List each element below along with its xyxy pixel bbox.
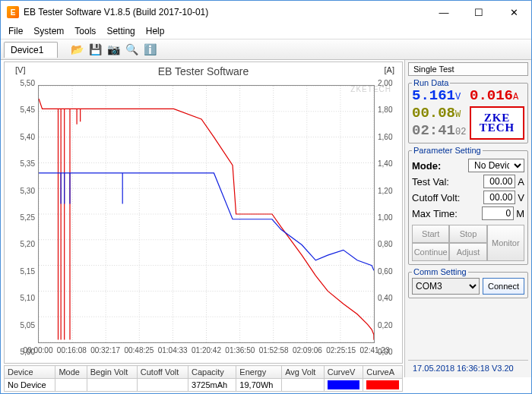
left-axis-unit: [V] bbox=[15, 65, 25, 74]
col-device[interactable]: Device bbox=[5, 366, 55, 379]
x-axis: 00:00:0000:16:0800:32:1700:48:2501:04:33… bbox=[38, 346, 375, 358]
voltage-display: 5.161V bbox=[412, 89, 467, 105]
col-begin-volt[interactable]: Begin Volt bbox=[87, 366, 137, 379]
maximize-button[interactable]: ☐ bbox=[461, 1, 496, 24]
maxtime-input[interactable] bbox=[482, 206, 514, 220]
menu-system[interactable]: System bbox=[29, 24, 68, 38]
chart-title: EB Tester Software bbox=[5, 62, 402, 77]
col-capacity[interactable]: Capacity bbox=[188, 366, 236, 379]
camera-icon[interactable]: 📷 bbox=[105, 41, 122, 58]
chart-pane: [V] [A] EB Tester Software ZKETECH 5,505… bbox=[1, 60, 404, 377]
time-display: 02:4102 bbox=[412, 124, 467, 140]
minimize-button[interactable]: — bbox=[426, 1, 461, 24]
col-energy[interactable]: Energy bbox=[236, 366, 282, 379]
col-curvea[interactable]: CurveA bbox=[363, 366, 403, 379]
mode-label: Mode: bbox=[412, 160, 441, 172]
window-title: EB Tester Software V1.8.5 (Build 2017-10… bbox=[24, 7, 426, 17]
left-y-axis: 5,505,455,405,355,305,255,205,155,105,05… bbox=[8, 77, 36, 346]
tab-device1[interactable]: Device1 bbox=[4, 42, 58, 58]
power-display: 00.08W bbox=[412, 106, 467, 122]
save-icon[interactable]: 💾 bbox=[87, 41, 103, 58]
testval-input[interactable] bbox=[483, 175, 515, 188]
single-test-label: Single Test bbox=[408, 62, 528, 76]
status-bar: 17.05.2018 16:36:18 V3.20 bbox=[408, 360, 528, 375]
com-port-select[interactable]: COM3 bbox=[412, 278, 480, 295]
col-avg-volt[interactable]: Avg Volt bbox=[282, 366, 325, 379]
stop-button[interactable]: Stop bbox=[449, 225, 486, 243]
current-display: 0.016A bbox=[470, 89, 524, 105]
comm-setting-group: Comm Setting COM3 Connect bbox=[408, 267, 528, 298]
open-icon[interactable]: 📂 bbox=[68, 41, 85, 58]
app-icon: E bbox=[7, 6, 19, 18]
side-pane: Single Test Run Data 5.161V 0.016A 00.08… bbox=[404, 60, 531, 377]
menu-help[interactable]: Help bbox=[141, 24, 169, 38]
info-icon[interactable]: ℹ️ bbox=[141, 41, 158, 58]
comm-legend: Comm Setting bbox=[412, 267, 468, 276]
zoom-icon[interactable]: 🔍 bbox=[123, 41, 140, 58]
titlebar: E EB Tester Software V1.8.5 (Build 2017-… bbox=[1, 1, 531, 24]
brand-logo: ZKETECH bbox=[470, 106, 524, 140]
menu-setting[interactable]: Setting bbox=[102, 24, 139, 38]
cutoff-input[interactable] bbox=[483, 191, 515, 204]
parameter-setting-group: Parameter Setting Mode: No Devic Test Va… bbox=[408, 146, 528, 265]
chart-card: [V] [A] EB Tester Software ZKETECH 5,505… bbox=[4, 61, 403, 364]
cutoff-label: Cutoff Volt: bbox=[412, 192, 460, 203]
maxtime-label: Max Time: bbox=[412, 208, 458, 219]
connect-button[interactable]: Connect bbox=[483, 278, 524, 295]
col-curvev[interactable]: CurveV bbox=[324, 366, 363, 379]
col-mode[interactable]: Mode bbox=[55, 366, 87, 379]
right-axis-unit: [A] bbox=[385, 65, 394, 74]
param-legend: Parameter Setting bbox=[412, 146, 483, 155]
col-cutoff-volt[interactable]: Cutoff Volt bbox=[137, 366, 188, 379]
adjust-button[interactable]: Adjust bbox=[449, 243, 486, 261]
toolbar: Device1 📂 💾 📷 🔍 ℹ️ bbox=[1, 39, 531, 60]
plot-area[interactable] bbox=[38, 85, 375, 343]
menu-tools[interactable]: Tools bbox=[70, 24, 100, 38]
menu-file[interactable]: File bbox=[4, 24, 27, 38]
monitor-button[interactable]: Monitor bbox=[487, 225, 524, 261]
right-y-axis: 2,001,801,601,401,201,000,800,600,400,20… bbox=[376, 77, 399, 346]
run-data-group: Run Data 5.161V 0.016A 00.08W ZKETECH 02… bbox=[408, 78, 528, 143]
start-button[interactable]: Start bbox=[412, 225, 449, 243]
continue-button[interactable]: Continue bbox=[412, 243, 449, 261]
menubar: File System Tools Setting Help bbox=[1, 24, 531, 39]
testval-label: Test Val: bbox=[412, 176, 449, 188]
mode-select[interactable]: No Devic bbox=[468, 159, 524, 172]
data-table: DeviceModeBegin VoltCutoff VoltCapacityE… bbox=[4, 365, 403, 392]
run-data-legend: Run Data bbox=[412, 78, 450, 87]
close-button[interactable]: ✕ bbox=[496, 1, 531, 24]
